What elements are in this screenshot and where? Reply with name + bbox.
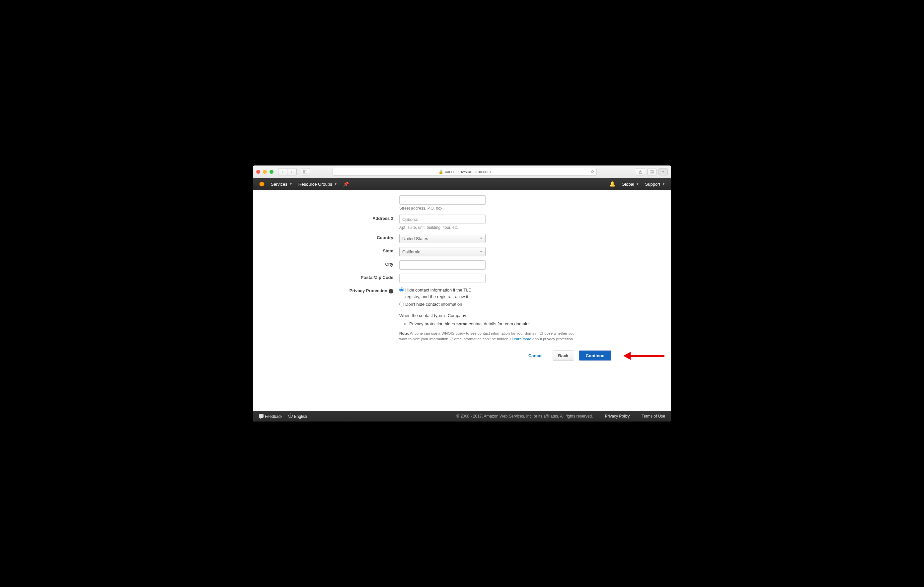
close-window-button[interactable] [256,170,260,174]
caret-down-icon: ▼ [662,183,665,186]
form-actions: Cancel Back Continue [303,350,621,360]
tabs-button[interactable] [647,168,657,176]
pin-button[interactable]: 📌 [343,181,349,187]
forward-nav-button[interactable]: › [287,168,297,176]
support-label: Support [645,182,660,187]
services-label: Services [271,182,287,187]
city-label: City [336,260,399,266]
reload-icon[interactable]: ⟳ [591,169,594,174]
bell-icon: 🔔 [609,181,615,187]
caret-down-icon: ▼ [334,183,337,186]
support-menu[interactable]: Support ▼ [645,182,665,187]
country-label: Country [336,234,399,240]
feedback-link[interactable]: Feedback [259,414,282,419]
privacy-hide-label: Hide contact information if the TLD regi… [405,287,482,300]
country-select[interactable]: United States ▼ [399,234,485,243]
state-label: State [336,247,399,253]
company-privacy-heading: When the contact type is Company: [399,312,575,319]
city-input[interactable] [399,260,485,270]
postal-input[interactable] [399,274,485,283]
learn-more-link[interactable]: Learn more [512,337,531,341]
company-privacy-detail: Privacy protection hides some contact de… [409,321,575,327]
contact-form: Street address, P.O. box Address 2 Apt, … [336,190,588,344]
safari-toolbar: ‹ › 🔒 console.aws.amazon.com ⟳ ＋ [253,166,671,178]
info-icon[interactable]: i [389,289,393,294]
postal-label: Postal/Zip Code [336,274,399,280]
region-menu[interactable]: Global ▼ [622,182,639,187]
region-label: Global [622,182,634,187]
address2-label: Address 2 [336,215,399,221]
copyright-text: © 2008 - 2017, Amazon Web Services, Inc.… [456,414,593,419]
page-content: Street address, P.O. box Address 2 Apt, … [253,190,671,411]
back-button[interactable]: Back [553,350,574,360]
language-selector[interactable]: English [289,414,307,419]
globe-icon [289,414,293,418]
notifications-button[interactable]: 🔔 [609,181,615,187]
browser-window: ‹ › 🔒 console.aws.amazon.com ⟳ ＋ Service… [253,166,671,421]
pin-icon: 📌 [343,181,349,187]
caret-down-icon: ▼ [636,183,639,186]
address1-input[interactable] [399,195,485,205]
svg-rect-5 [651,170,654,173]
share-button[interactable] [636,168,645,176]
annotation-arrow [621,352,665,359]
svg-rect-0 [304,170,307,173]
chevron-down-icon: ▼ [480,237,483,240]
address2-input[interactable] [399,215,485,224]
privacy-show-radio[interactable]: Don't hide contact information [399,301,575,308]
state-value: California [402,249,421,254]
terms-link[interactable]: Terms of Use [642,414,665,419]
address1-hint: Street address, P.O. box [399,206,575,210]
resource-groups-label: Resource Groups [299,182,332,187]
back-nav-button[interactable]: ‹ [278,168,287,176]
speech-bubble-icon [259,414,264,418]
aws-logo-icon[interactable] [259,181,265,187]
address2-hint: Apt, suite, unit, building, floor, etc. [399,225,575,230]
services-menu[interactable]: Services ▼ [271,182,292,187]
zoom-window-button[interactable] [269,170,274,174]
privacy-show-label: Don't hide contact information [405,301,462,308]
address-bar[interactable]: 🔒 console.aws.amazon.com ⟳ [333,168,597,176]
minimize-window-button[interactable] [263,170,267,174]
privacy-label: Privacy Protectioni [336,287,399,294]
sidebar-toggle-button[interactable] [301,168,310,176]
radio-unselected-icon [399,302,404,306]
lock-icon: 🔒 [439,169,444,174]
chevron-down-icon: ▼ [480,250,483,253]
caret-down-icon: ▼ [289,183,292,186]
continue-button[interactable]: Continue [579,350,611,360]
new-tab-button[interactable]: ＋ [658,168,668,176]
aws-top-nav: Services ▼ Resource Groups ▼ 📌 🔔 Global … [253,178,671,190]
privacy-note: Note: Anyone can use a WHOIS query to se… [399,330,575,342]
svg-rect-4 [650,171,653,173]
cancel-button[interactable]: Cancel [523,350,548,360]
aws-footer: Feedback English © 2008 - 2017, Amazon W… [253,411,671,421]
radio-selected-icon [399,288,404,292]
url-text: console.aws.amazon.com [445,169,490,174]
state-select[interactable]: California ▼ [399,247,485,257]
privacy-policy-link[interactable]: Privacy Policy [605,414,630,419]
country-value: United States [402,236,428,241]
privacy-hide-radio[interactable]: Hide contact information if the TLD regi… [399,287,575,300]
resource-groups-menu[interactable]: Resource Groups ▼ [299,182,337,187]
window-controls [256,170,274,174]
